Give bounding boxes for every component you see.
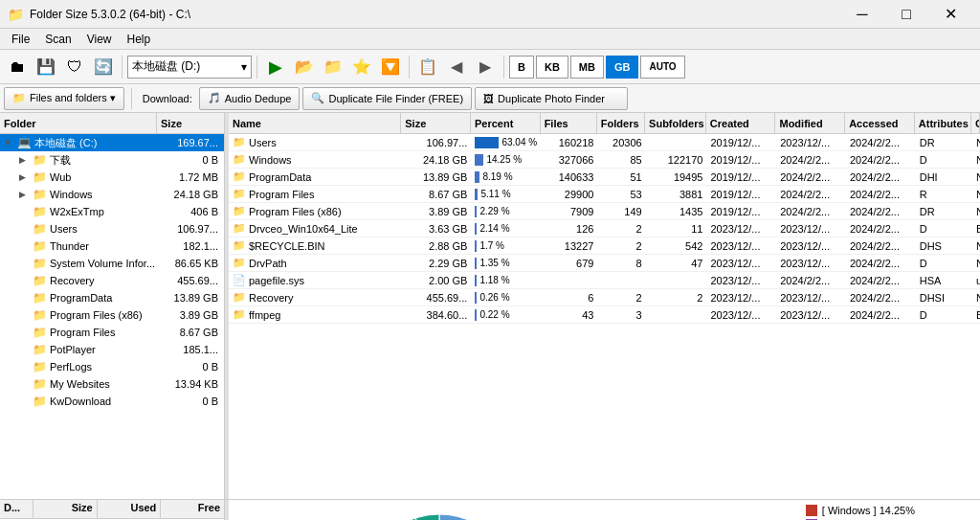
menu-file[interactable]: File [4,31,37,48]
bottom-section: D... Size Used Free 💿 ... 900.00 GB 162.… [0,499,980,520]
drive-col-free[interactable]: Free [161,500,224,518]
file-row[interactable]: 📁 Program Files (x86) 3.89 GB 2.29 % 790… [229,203,980,220]
toolbar-shield-btn[interactable]: 🛡 [61,54,88,80]
tree-item[interactable]: ▶ 📁 Wub 1.72 MB [0,169,224,186]
toolbar-back-btn[interactable]: 🖿 [4,54,31,80]
col-header-files[interactable]: Files [541,113,597,133]
tree-item[interactable]: 📁 Thunder 182.1... [0,237,224,255]
file-row[interactable]: 📁 Program Files 8.67 GB 5.11 % 29900 53 … [229,186,980,203]
drive-col-used[interactable]: Used [98,500,162,518]
files-folders-btn[interactable]: 📁 Files and folders ▾ [4,87,124,110]
tree-item[interactable]: 📁 PotPlayer 185.1... [0,341,224,358]
file-row[interactable]: 📁 Recovery 455.69... 0.26 % 6 2 2 2023/1… [229,289,980,306]
file-cell-owner: BUILTIN/... [972,309,980,321]
col-header-size[interactable]: Size [401,113,471,133]
tree-item[interactable]: ▶ 📁 Windows 24.18 GB [0,186,224,203]
file-row[interactable]: 📁 ffmpeg 384.60... 0.22 % 43 3 2023/12/.… [229,306,980,324]
tree-col-size[interactable]: Size [157,113,224,133]
tree-item[interactable]: 📁 System Volume Infor... 86.65 KB [0,255,224,272]
file-cell-modified: 2023/12/... [776,309,846,321]
tree-item[interactable]: 📁 ProgramData 13.89 GB [0,289,224,306]
file-row[interactable]: 📁 Users 106.97... 63.04 % 160218 20306 2… [229,134,980,151]
file-body[interactable]: 📁 Users 106.97... 63.04 % 160218 20306 2… [229,134,980,499]
file-cell-size: 3.89 GB [402,206,472,217]
toolbar-folder-btn[interactable]: 📂 [291,54,318,80]
file-row[interactable]: 📁 $RECYCLE.BIN 2.88 GB 1.7 % 13227 2 542… [229,237,980,255]
size-mb-btn[interactable]: MB [570,56,604,79]
audio-dedupe-btn[interactable]: 🎵 Audio Dedupe [199,87,301,110]
file-cell-folders: 51 [597,171,645,183]
tree-item[interactable]: 📁 Program Files (x86) 3.89 GB [0,306,224,324]
col-header-attributes[interactable]: Attributes [915,113,971,133]
tree-item[interactable]: 📁 Program Files 8.67 GB [0,324,224,341]
toolbar-save-btn[interactable]: 💾 [33,54,59,80]
file-cell-name: 📁 Windows [229,153,402,166]
col-header-name[interactable]: Name [229,113,401,133]
menu-help[interactable]: Help [120,31,159,48]
toolbar-separator-3 [409,56,410,79]
file-cell-owner: NT SERV... [972,206,980,217]
file-row[interactable]: 📁 DrvPath 2.29 GB 1.35 % 679 8 47 2023/1… [229,255,980,272]
size-b-btn[interactable]: B [509,56,534,79]
app-icon: 📁 [8,7,24,22]
col-header-owner[interactable]: Owner [971,113,980,133]
file-cell-files: 29900 [541,189,597,200]
close-button[interactable]: ✕ [928,0,972,29]
tree-item[interactable]: 📁 My Websites 13.94 KB [0,375,224,393]
maximize-button[interactable]: □ [884,0,928,29]
file-cell-folders: 3 [597,309,645,321]
toolbar-refresh-btn[interactable]: 🔄 [90,54,117,80]
size-auto-btn[interactable]: AUTO [640,56,684,79]
toolbar-nav-left-btn[interactable]: ◀ [443,54,470,80]
file-row[interactable]: 📁 Drvceo_Win10x64_Lite 3.63 GB 2.14 % 12… [229,220,980,237]
file-cell-created: 2019/12/... [706,171,776,183]
tree-item-label: Program Files (x86) [50,309,157,321]
duplicate-file-finder-btn[interactable]: 🔍 Duplicate File Finder (FREE) [302,87,472,110]
toolbar-play-btn[interactable]: ▶ [262,54,289,80]
file-row-icon: 📁 [233,153,246,166]
tree-item[interactable]: 📁 KwDownload 0 B [0,393,224,410]
file-row[interactable]: 📄 pagefile.sys 2.00 GB 1.18 % 2023/12/..… [229,272,980,289]
tree-item-size: 455.69... [157,275,222,286]
tree-item[interactable]: ▶ 📁 下载 0 B [0,151,224,169]
col-header-created[interactable]: Created [706,113,776,133]
drive-col-letter[interactable]: D... [0,500,33,518]
menu-scan[interactable]: Scan [37,31,78,48]
file-row[interactable]: 📁 ProgramData 13.89 GB 8.19 % 140633 51 … [229,169,980,186]
tree-item[interactable]: 📁 Recovery 455.69... [0,272,224,289]
menu-bar: File Scan View Help [0,29,980,50]
tree-col-folder[interactable]: Folder [0,113,157,133]
tree-item[interactable]: ▼ 💻 本地磁盘 (C:) 169.67... [0,134,224,151]
size-kb-btn[interactable]: KB [536,56,568,79]
menu-view[interactable]: View [79,31,120,48]
toolbar-nav-right-btn[interactable]: ▶ [472,54,499,80]
toolbar-filter-btn[interactable]: 🔽 [377,54,404,80]
minimize-button[interactable]: ─ [840,0,884,29]
file-cell-size: 2.88 GB [402,240,472,252]
toolbar-folder2-btn[interactable]: 📁 [320,54,346,80]
drive-col-size[interactable]: Size [33,500,98,518]
file-cell-owner: NT AUTH... [972,258,980,269]
tree-item[interactable]: 📁 W2xExTmp 406 B [0,203,224,220]
size-gb-btn[interactable]: GB [606,56,639,79]
toolbar-star-btn[interactable]: ⭐ [348,54,375,80]
tree-header: Folder Size [0,113,224,134]
nav-separator-1 [131,88,132,109]
tree-toggle-icon: ▶ [19,155,33,165]
drive-combo[interactable]: 本地磁盘 (D:) ▾ [127,56,252,79]
col-header-modified[interactable]: Modified [775,113,845,133]
tree-body[interactable]: ▼ 💻 本地磁盘 (C:) 169.67... ▶ 📁 下载 0 B ▶ 📁 W… [0,134,224,499]
tree-item[interactable]: 📁 PerfLogs 0 B [0,358,224,375]
legend-color [806,505,817,516]
col-header-folders[interactable]: Folders [597,113,645,133]
file-cell-name: 📁 DrvPath [229,257,402,269]
col-header-subfolders[interactable]: Subfolders [645,113,706,133]
col-header-percent[interactable]: Percent [471,113,541,133]
toolbar-copy-btn[interactable]: 📋 [414,54,441,80]
duplicate-photo-finder-btn[interactable]: 🖼 Duplicate Photo Finder [475,87,628,110]
col-header-accessed[interactable]: Accessed [845,113,915,133]
file-row[interactable]: 📁 Windows 24.18 GB 14.25 % 327066 85 122… [229,151,980,169]
tree-item[interactable]: 📁 Users 106.97... [0,220,224,237]
file-cell-size: 2.29 GB [402,258,472,269]
file-cell-files: 327066 [541,154,597,166]
